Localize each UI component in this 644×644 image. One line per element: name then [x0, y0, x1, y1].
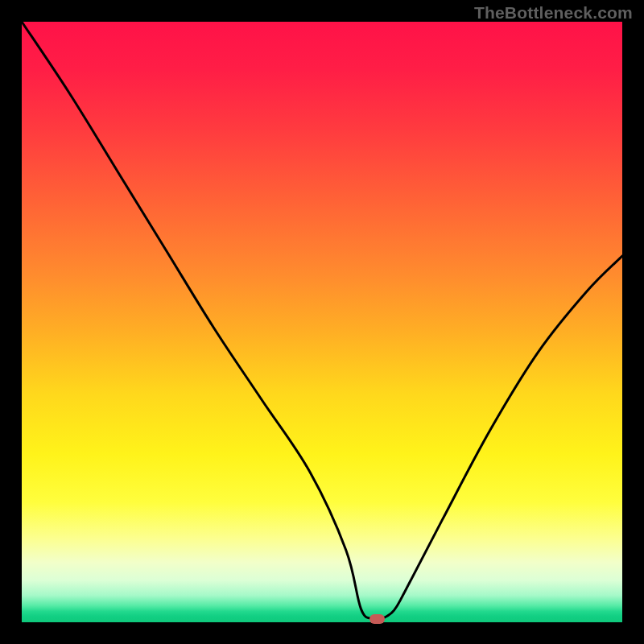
bottleneck-curve [22, 22, 622, 620]
chart-frame: TheBottleneck.com [0, 0, 644, 644]
curve-svg [22, 22, 622, 622]
plot-area [22, 22, 622, 622]
marker-pill [369, 614, 385, 624]
watermark-text: TheBottleneck.com [474, 3, 633, 23]
